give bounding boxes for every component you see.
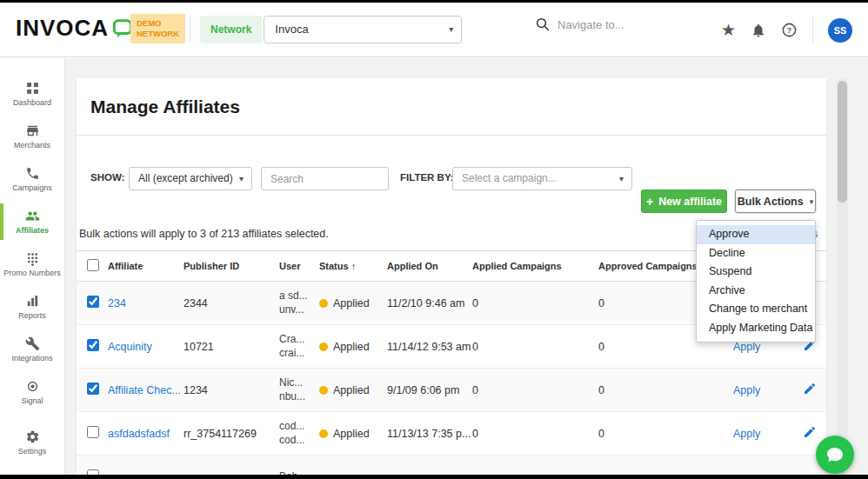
user-cell: cod... cod...	[279, 420, 319, 447]
bulk-actions-button[interactable]: Bulk Actions ▾	[735, 190, 816, 213]
show-filter-select[interactable]: All (except archived) ▾	[129, 167, 252, 190]
main-content: Manage Affiliates SHOW: All (except arch…	[65, 58, 868, 475]
sidebar-label: Settings	[17, 447, 49, 456]
bulk-menu-item[interactable]: Decline	[697, 244, 815, 263]
page-title: Manage Affiliates	[77, 78, 826, 136]
navigate-search[interactable]	[535, 17, 688, 32]
sidebar-label: Reports	[17, 311, 48, 320]
applied-on-cell: 9/1/09 6:06 pm	[387, 384, 472, 396]
status-label: Applied	[333, 384, 370, 396]
column-header-applied-on[interactable]: Applied On	[387, 261, 472, 271]
bulk-menu-item[interactable]: Apply Marketing Data	[697, 319, 815, 338]
row-checkbox[interactable]	[87, 383, 99, 395]
table-row: asfdadsfadsf rr_3754117269 cod... cod...…	[77, 412, 826, 456]
row-checkbox[interactable]	[87, 296, 99, 308]
user-cell: a sd... unv...	[279, 289, 319, 316]
demo-badge-line1: DEMO	[137, 18, 179, 29]
filter-by-label: FILTER BY:	[400, 172, 454, 183]
chevron-down-icon: ▾	[449, 17, 453, 43]
bulk-menu-item[interactable]: Change to merchant	[697, 300, 815, 319]
notifications-bell-icon[interactable]	[751, 23, 766, 38]
user-line-2: crai...	[279, 347, 319, 361]
show-filter-value: All (except archived)	[138, 172, 233, 184]
new-affiliate-label: New affiliate	[658, 196, 722, 208]
integrations-icon	[25, 336, 40, 351]
publisher-id-cell: 2344	[184, 297, 279, 309]
applied-campaigns-cell: 0	[472, 384, 598, 396]
column-header-user[interactable]: User	[279, 261, 319, 271]
topbar-actions: ★ ? SS	[721, 3, 852, 57]
row-checkbox[interactable]	[87, 339, 99, 351]
sidebar-label: Affiliates	[14, 226, 50, 235]
merchants-icon	[25, 123, 40, 138]
demo-network-badge: DEMO NETWORK	[130, 14, 185, 43]
network-select[interactable]: Invoca ▾	[264, 16, 462, 43]
applied-campaigns-cell: 0	[472, 428, 598, 440]
user-line-2: unv...	[279, 303, 319, 317]
sidebar-item-promo-numbers[interactable]: Promo Numbers	[0, 244, 64, 284]
user-line-1: cod...	[279, 420, 319, 434]
affiliate-link[interactable]: Acquinity	[108, 341, 152, 353]
column-header-publisher-id[interactable]: Publisher ID	[184, 261, 279, 271]
bulk-menu-item-label: Decline	[709, 247, 745, 259]
selection-summary-text: Bulk actions will apply to 3 of 213 affi…	[79, 228, 329, 240]
chat-bubble-icon	[825, 444, 845, 465]
user-line-1: Nic...	[279, 376, 319, 390]
status-dot-icon	[319, 343, 328, 351]
sidebar-item-campaigns[interactable]: Campaigns	[0, 159, 64, 199]
affiliate-link[interactable]: 234	[108, 297, 126, 309]
edit-pencil-icon[interactable]	[803, 343, 817, 355]
navigate-search-input[interactable]	[558, 18, 688, 31]
scrollbar-thumb[interactable]	[838, 81, 847, 203]
reports-icon	[25, 294, 40, 309]
sidebar-item-affiliates[interactable]: Affiliates	[0, 202, 64, 242]
edit-pencil-icon[interactable]	[803, 386, 817, 398]
bulk-menu-item-label: Approve	[709, 228, 750, 240]
edit-pencil-icon[interactable]	[803, 429, 817, 442]
sidebar-item-signal[interactable]: Signal	[0, 372, 64, 412]
network-selector-group: Network Invoca ▾	[200, 16, 462, 43]
network-label: Network	[200, 16, 262, 43]
table-row: Affiliate Chec... 1234 Nic... nbu... App…	[77, 369, 826, 412]
applied-on-cell: 11/14/12 9:53 am	[387, 341, 472, 353]
vertical-scrollbar[interactable]	[837, 78, 848, 474]
column-header-affiliate[interactable]: Affiliate	[108, 261, 184, 271]
sidebar-item-settings[interactable]: Settings	[0, 422, 64, 462]
new-affiliate-button[interactable]: + New affiliate	[641, 190, 727, 213]
user-line-1: Cra...	[279, 333, 319, 347]
column-header-applied-campaigns[interactable]: Applied Campaigns	[472, 261, 598, 271]
row-checkbox[interactable]	[87, 426, 99, 438]
topbar: INVOCA DEMO NETWORK Network Invoca ▾	[0, 3, 868, 57]
column-header-status[interactable]: Status↑	[319, 261, 387, 271]
user-avatar[interactable]: SS	[828, 18, 852, 43]
sidebar-item-reports[interactable]: Reports	[0, 287, 64, 327]
sidebar-item-merchants[interactable]: Merchants	[0, 116, 64, 156]
affiliate-search-input[interactable]	[261, 167, 389, 190]
chat-widget-button[interactable]	[816, 436, 854, 474]
select-all-checkbox[interactable]	[87, 259, 99, 271]
star-icon[interactable]: ★	[721, 22, 736, 38]
affiliate-link[interactable]: asfdadsfadsf	[108, 428, 170, 440]
affiliate-link[interactable]: Affiliate Chec...	[108, 384, 181, 396]
apply-link[interactable]: Apply	[733, 384, 760, 396]
publisher-id-cell: 10721	[184, 341, 279, 353]
signal-icon	[25, 379, 40, 394]
status-cell: Applied	[319, 297, 387, 309]
bulk-menu-item[interactable]: Archive	[697, 282, 815, 301]
applied-campaigns-cell: 0	[472, 341, 598, 353]
plus-icon: +	[646, 196, 653, 208]
user-cell: Cra... crai...	[279, 333, 319, 360]
apply-link[interactable]: Apply	[733, 428, 760, 440]
bulk-menu-item[interactable]: Approve	[697, 225, 815, 244]
status-label: Applied	[333, 297, 370, 309]
help-icon[interactable]: ?	[781, 22, 798, 38]
bulk-menu-item[interactable]: Suspend	[697, 263, 815, 282]
invoca-logo[interactable]: INVOCA	[16, 15, 133, 42]
user-line-2: nbu...	[279, 390, 319, 404]
sidebar-item-dashboard[interactable]: Dashboard	[0, 74, 64, 114]
topbar-divider	[190, 16, 190, 43]
campaign-filter-select[interactable]: Select a campaign... ▾	[452, 167, 632, 190]
sidebar-item-integrations[interactable]: Integrations	[0, 329, 64, 369]
caret-down-icon: ▾	[810, 197, 814, 206]
chevron-down-icon: ▾	[619, 168, 624, 190]
